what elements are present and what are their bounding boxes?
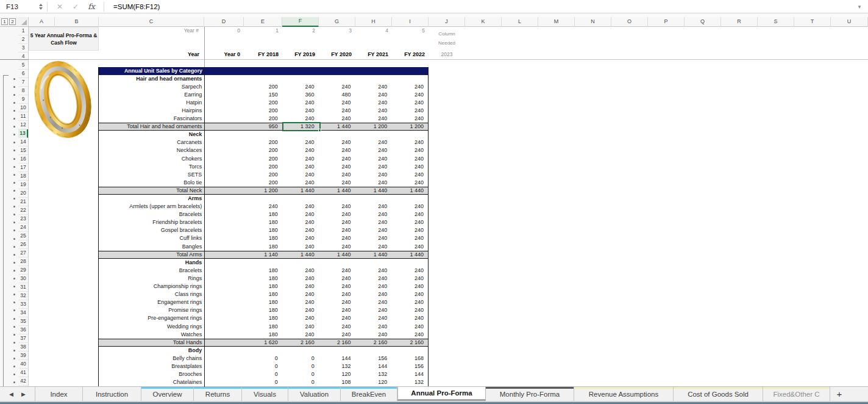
row-header-15[interactable]: 15: [18, 146, 28, 155]
cell[interactable]: [204, 211, 244, 218]
row-header-34[interactable]: 34: [18, 309, 28, 317]
table-row[interactable]: Bolo tie200240240240240: [99, 179, 428, 187]
cell[interactable]: [204, 243, 244, 251]
total-row[interactable]: Total Hands1 6202 1602 1602 1602 160: [99, 339, 428, 347]
cell[interactable]: 1 440: [282, 251, 319, 258]
cell[interactable]: 156: [355, 355, 391, 363]
cell[interactable]: [319, 75, 355, 83]
cell[interactable]: 240: [319, 203, 355, 211]
row-header-6[interactable]: 6: [18, 70, 28, 78]
row-label-cell[interactable]: Total Arms: [99, 251, 204, 258]
cell[interactable]: 1 440: [355, 187, 391, 194]
row-header-1[interactable]: 1: [18, 27, 28, 35]
cell[interactable]: 240: [391, 139, 428, 146]
row-label-cell[interactable]: Neck: [99, 131, 204, 139]
table-row[interactable]: Bracelets180240240240240: [99, 211, 428, 218]
cell[interactable]: 240: [282, 203, 319, 211]
table-row[interactable]: Gospel bracelets180240240240240: [99, 226, 428, 234]
cell[interactable]: 240: [319, 234, 355, 242]
cell[interactable]: 240: [319, 146, 355, 154]
cell[interactable]: 240: [391, 218, 428, 226]
cell[interactable]: 1 440: [282, 187, 319, 194]
column-header-C[interactable]: C: [99, 17, 204, 27]
cell[interactable]: 240: [355, 234, 391, 242]
table-row[interactable]: SETS200240240240240: [99, 171, 428, 179]
section-header-row[interactable]: Arms: [99, 195, 428, 203]
cell[interactable]: 240: [319, 99, 355, 107]
cell[interactable]: 240: [355, 243, 391, 251]
table-row[interactable]: Hatpin200240240240240: [99, 99, 428, 107]
cell[interactable]: [244, 131, 282, 139]
cell[interactable]: [204, 203, 244, 211]
cell[interactable]: [204, 331, 244, 339]
cell[interactable]: 240: [319, 226, 355, 234]
total-row[interactable]: Total Neck1 2001 4401 4401 4401 440: [99, 187, 428, 195]
cell[interactable]: 240: [355, 139, 391, 146]
cell[interactable]: 180: [244, 218, 282, 226]
row-header-13[interactable]: 13: [18, 129, 28, 138]
cell[interactable]: [204, 99, 244, 107]
cell[interactable]: [282, 347, 319, 355]
cell[interactable]: 200: [244, 99, 282, 107]
cell[interactable]: [204, 131, 244, 139]
cell[interactable]: 180: [244, 275, 282, 283]
outline-level-2-button[interactable]: 2: [9, 18, 16, 25]
cell[interactable]: 240: [391, 226, 428, 234]
year-number-cell[interactable]: 4: [355, 27, 392, 35]
cell[interactable]: 240: [391, 314, 428, 322]
formula-bar-expand-icon[interactable]: ▼: [857, 4, 862, 10]
table-row[interactable]: Breastplates00132144156: [99, 363, 428, 370]
cell[interactable]: 144: [391, 370, 428, 378]
row-header-37[interactable]: 37: [18, 334, 28, 343]
new-sheet-button[interactable]: +: [830, 387, 848, 401]
cell[interactable]: 240: [355, 99, 391, 107]
cell[interactable]: [319, 131, 355, 139]
row-label-cell[interactable]: Cuff links: [99, 234, 204, 242]
cell[interactable]: 240: [319, 331, 355, 339]
cell[interactable]: 1 440: [391, 187, 428, 194]
sheet-tab-annual-pro-forma[interactable]: Annual Pro-Forma: [397, 387, 486, 401]
cell[interactable]: 0: [244, 370, 282, 378]
cell[interactable]: 240: [319, 115, 355, 123]
selected-cell-F13[interactable]: [282, 122, 321, 131]
cell[interactable]: [204, 314, 244, 322]
column-header-B[interactable]: B: [55, 17, 99, 27]
cell[interactable]: 240: [319, 267, 355, 275]
cell[interactable]: 1 440: [319, 251, 355, 258]
formula-input[interactable]: =SUM(F8:F12): [113, 3, 160, 10]
row-header-40[interactable]: 40: [18, 360, 28, 369]
row-label-cell[interactable]: Total Hands: [99, 339, 204, 346]
row-label-cell[interactable]: Total Hair and head ornaments: [99, 123, 204, 130]
cell[interactable]: [391, 195, 428, 203]
column-header-I[interactable]: I: [392, 17, 429, 27]
cell[interactable]: 240: [282, 226, 319, 234]
cell[interactable]: 240: [391, 107, 428, 115]
row-label-cell[interactable]: Rings: [99, 275, 204, 283]
cell[interactable]: 240: [391, 171, 428, 179]
row-header-38[interactable]: 38: [18, 343, 28, 352]
row-header-31[interactable]: 31: [18, 283, 28, 292]
cell[interactable]: 240: [355, 275, 391, 283]
cell[interactable]: [204, 363, 244, 370]
cell[interactable]: 180: [244, 283, 282, 290]
cell[interactable]: 200: [244, 146, 282, 154]
row-label-cell[interactable]: Engagement rings: [99, 298, 204, 306]
table-row[interactable]: Torcs200240240240240: [99, 163, 428, 171]
cell[interactable]: 240: [355, 171, 391, 179]
cell[interactable]: [319, 347, 355, 355]
table-row[interactable]: Belly chains00144156168: [99, 355, 428, 363]
cell[interactable]: 240: [282, 139, 319, 146]
total-row[interactable]: Total Arms1 1401 4401 4401 4401 440: [99, 251, 428, 259]
table-row[interactable]: Cuff links180240240240240: [99, 234, 428, 242]
row-label-cell[interactable]: Friendship bracelets: [99, 218, 204, 226]
cell[interactable]: 240: [282, 146, 319, 154]
cell[interactable]: 1 440: [319, 123, 355, 130]
row-label-cell[interactable]: Bracelets: [99, 267, 204, 275]
cell[interactable]: [282, 75, 319, 83]
sheet-tab-overview[interactable]: Overview: [141, 387, 194, 401]
cell[interactable]: 240: [355, 331, 391, 339]
cancel-icon[interactable]: ✕: [52, 2, 68, 11]
cell[interactable]: 180: [244, 234, 282, 242]
cell[interactable]: 240: [391, 290, 428, 298]
row-header-2[interactable]: 2: [18, 35, 28, 44]
